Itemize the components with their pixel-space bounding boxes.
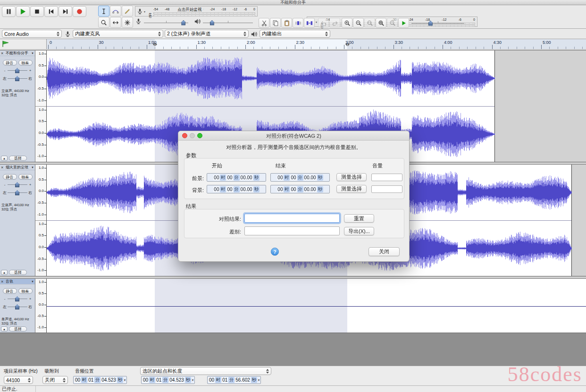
track-title[interactable]: 烟火里的尘埃 xyxy=(6,165,30,170)
help-button[interactable]: ? xyxy=(271,248,279,256)
time-digits[interactable]: 01 xyxy=(88,377,94,383)
draw-tool-button[interactable] xyxy=(122,6,133,17)
time-digits[interactable]: 04.523 xyxy=(169,377,184,383)
time-unit[interactable]: 秒 xyxy=(253,186,260,192)
monitor-hint[interactable]: 点击开始监视 xyxy=(176,7,203,12)
playback-volume-thumb[interactable] xyxy=(210,20,214,25)
time-unit[interactable]: 分 xyxy=(297,175,303,181)
time-digits[interactable]: 01 xyxy=(222,377,228,383)
play-button[interactable] xyxy=(16,6,30,17)
gain-thumb[interactable] xyxy=(15,296,19,301)
track-header[interactable]: × 烟火里的尘埃 ▼ xyxy=(0,165,35,170)
recording-channels-combo[interactable]: 2 (立体声) 录制声道 xyxy=(165,30,249,38)
mute-button[interactable]: 静音 xyxy=(3,174,17,180)
time-digits[interactable]: 00 xyxy=(277,175,283,180)
window-title-bar[interactable]: 不能和你分手 xyxy=(0,0,586,5)
redo-button[interactable] xyxy=(329,18,340,28)
recording-device-combo[interactable]: 内建麦克风 xyxy=(73,30,163,38)
skip-to-end-button[interactable] xyxy=(59,6,72,17)
collapse-button[interactable]: ▲ xyxy=(1,326,8,332)
paste-button[interactable] xyxy=(281,18,292,28)
time-unit[interactable]: 时 xyxy=(284,186,290,192)
background-end-field[interactable]: 00时00分00.00秒 xyxy=(270,185,330,193)
track-close-button[interactable]: × xyxy=(1,51,5,56)
track-menu-arrow-icon[interactable]: ▼ xyxy=(31,280,34,283)
difference-input[interactable] xyxy=(244,226,340,235)
zoom-out-button[interactable] xyxy=(353,18,364,28)
timeline-ruler[interactable]: 0301:001:302:002:303:003:304:004:305:00 xyxy=(47,39,586,49)
track-close-button[interactable]: × xyxy=(1,279,5,284)
foreground-start-field[interactable]: 00时00分00.00秒 xyxy=(207,173,266,182)
solo-button[interactable]: 独奏 xyxy=(18,174,33,180)
sample-rate-combo[interactable]: 44100 xyxy=(4,376,33,384)
vertical-ruler[interactable]: 1.00.50.0-0.5-1.0 xyxy=(35,279,47,333)
time-digits[interactable]: 00 xyxy=(75,377,81,383)
contrast-result-input[interactable] xyxy=(244,214,340,223)
time-digits[interactable]: 00.00 xyxy=(304,175,317,180)
time-unit[interactable]: 分 xyxy=(162,377,168,383)
cut-button[interactable] xyxy=(259,18,269,28)
time-unit[interactable]: 秒 xyxy=(185,377,191,383)
pan-slider[interactable] xyxy=(8,304,27,310)
multi-tool-button[interactable] xyxy=(122,17,133,28)
time-digits[interactable]: 00 xyxy=(142,377,149,383)
snap-combo[interactable]: 关闭 xyxy=(42,376,68,384)
time-unit[interactable]: 时 xyxy=(149,377,155,383)
time-digits[interactable]: 00 xyxy=(290,187,296,192)
time-digits[interactable]: 01 xyxy=(156,377,162,383)
time-unit[interactable]: 时 xyxy=(220,175,226,181)
time-unit[interactable]: 秒 xyxy=(117,377,123,383)
pause-button[interactable] xyxy=(2,6,16,17)
playback-volume-slider[interactable] xyxy=(203,19,253,26)
track-close-button[interactable]: × xyxy=(1,165,5,170)
timeshift-tool-button[interactable] xyxy=(110,17,121,28)
vertical-ruler[interactable]: 1.00.50.0-0.5-1.01.00.50.0-0.5-1.0 xyxy=(35,50,47,162)
recording-volume-slider[interactable] xyxy=(144,19,188,26)
audio-position-field[interactable]: 00时01分04.523秒▾ xyxy=(73,376,127,384)
time-unit[interactable]: 分 xyxy=(234,175,240,181)
play-at-speed-button[interactable] xyxy=(398,18,409,28)
zoom-toggle-button[interactable] xyxy=(387,18,398,28)
track-3-wave-area[interactable] xyxy=(47,279,586,333)
time-digits[interactable]: 56.602 xyxy=(235,377,251,383)
pan-thumb[interactable] xyxy=(15,190,19,195)
time-digits[interactable]: 00 xyxy=(213,175,219,180)
silence-audio-button[interactable] xyxy=(304,18,315,28)
track-title[interactable]: 不能和你分手 xyxy=(6,50,30,56)
time-unit[interactable]: 时 xyxy=(81,377,87,383)
time-field-dropdown-icon[interactable]: ▾ xyxy=(124,378,126,382)
time-digits[interactable]: 00 xyxy=(226,175,233,180)
time-digits[interactable]: 04.523 xyxy=(101,377,117,383)
track-menu-arrow-icon[interactable]: ▼ xyxy=(31,166,34,169)
select-button[interactable]: 选择 xyxy=(9,156,27,161)
background-volume-input[interactable] xyxy=(371,185,402,193)
background-start-field[interactable]: 00时00分00.00秒 xyxy=(207,185,266,193)
recording-volume-thumb[interactable] xyxy=(181,20,185,25)
time-digits[interactable]: 00 xyxy=(277,187,283,192)
stop-button[interactable] xyxy=(30,6,44,17)
copy-button[interactable] xyxy=(270,18,281,28)
foreground-end-field[interactable]: 00时00分00.00秒 xyxy=(270,173,330,182)
time-unit[interactable]: 时 xyxy=(220,186,226,192)
zoom-in-button[interactable] xyxy=(342,18,352,28)
pan-slider[interactable] xyxy=(8,190,27,196)
collapse-button[interactable]: ▲ xyxy=(1,156,8,161)
export-button[interactable]: 导出(X)... xyxy=(344,227,374,235)
time-unit[interactable]: 时 xyxy=(215,377,221,383)
time-field-dropdown-icon[interactable]: ▾ xyxy=(192,378,194,382)
close-dialog-button[interactable]: 关闭 xyxy=(368,247,400,256)
envelope-tool-button[interactable] xyxy=(110,6,121,17)
audio-host-combo[interactable]: Core Audio xyxy=(2,30,62,38)
zoom-tool-button[interactable] xyxy=(98,17,109,28)
skip-to-start-button[interactable] xyxy=(44,6,58,17)
time-digits[interactable]: 00.00 xyxy=(304,187,317,192)
foreground-volume-input[interactable] xyxy=(371,174,402,181)
time-digits[interactable]: 00 xyxy=(213,187,219,192)
gain-slider[interactable] xyxy=(8,67,27,74)
dialog-title-bar[interactable]: 对照分析(符合WCAG 2) xyxy=(178,131,409,141)
measure-background-button[interactable]: 测量选择 xyxy=(336,185,367,193)
zoom-to-selection-button[interactable] xyxy=(364,18,375,28)
select-button[interactable]: 选择 xyxy=(9,270,27,275)
selection-length-field[interactable]: 00时01分56.602秒▾ xyxy=(207,376,261,384)
vertical-ruler[interactable]: 1.00.50.0-0.5-1.01.00.50.0-0.5-1.0 xyxy=(35,165,47,276)
